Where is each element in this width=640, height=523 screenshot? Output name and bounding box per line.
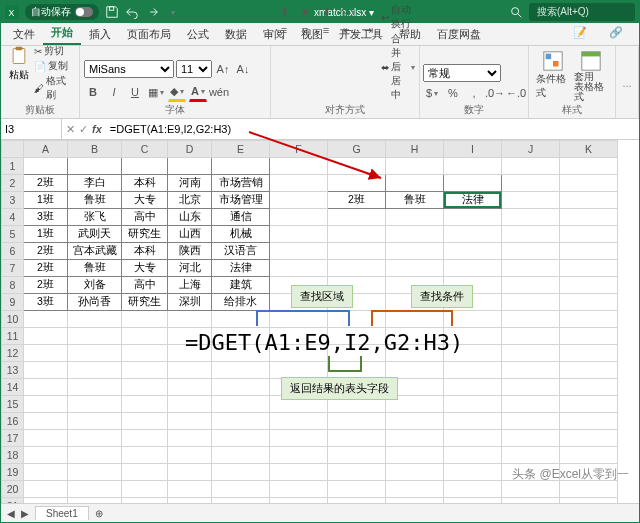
cell[interactable] xyxy=(560,158,618,175)
orientation-icon[interactable]: ⤡ xyxy=(338,3,356,21)
cell[interactable] xyxy=(444,464,502,481)
cell[interactable] xyxy=(68,430,122,447)
cell[interactable] xyxy=(270,481,328,498)
cell[interactable]: 陕西 xyxy=(168,243,212,260)
row-header[interactable]: 15 xyxy=(2,396,24,413)
align-center-icon[interactable]: ≡ xyxy=(296,21,314,39)
cell[interactable]: 姓名 xyxy=(386,175,444,192)
cell[interactable] xyxy=(168,447,212,464)
cell[interactable] xyxy=(212,362,270,379)
cell[interactable] xyxy=(270,362,328,379)
cell[interactable] xyxy=(502,192,560,209)
inc-dec-icon[interactable]: .0→ xyxy=(486,84,504,102)
cell[interactable]: 山东 xyxy=(168,209,212,226)
row-header[interactable]: 20 xyxy=(2,481,24,498)
cell[interactable] xyxy=(386,430,444,447)
cell[interactable] xyxy=(560,379,618,396)
tab-file[interactable]: 文件 xyxy=(5,24,43,45)
cell[interactable] xyxy=(24,396,68,413)
cell[interactable] xyxy=(328,209,386,226)
col-header[interactable]: B xyxy=(68,141,122,158)
cell[interactable] xyxy=(560,413,618,430)
cell[interactable] xyxy=(502,413,560,430)
align-top-icon[interactable]: ⬆ xyxy=(275,3,293,21)
cell[interactable] xyxy=(212,430,270,447)
cell[interactable] xyxy=(502,175,560,192)
cell[interactable] xyxy=(122,311,168,328)
row-header[interactable]: 17 xyxy=(2,430,24,447)
cell[interactable] xyxy=(560,362,618,379)
row-header[interactable]: 11 xyxy=(2,328,24,345)
cell[interactable] xyxy=(502,379,560,396)
col-header[interactable]: J xyxy=(502,141,560,158)
col-header[interactable]: K xyxy=(560,141,618,158)
cell[interactable]: 2班 xyxy=(328,192,386,209)
row-header[interactable]: 19 xyxy=(2,464,24,481)
cell[interactable] xyxy=(328,481,386,498)
cell[interactable] xyxy=(444,413,502,430)
cell[interactable]: 3班 xyxy=(24,294,68,311)
cell[interactable]: 高中 xyxy=(122,209,168,226)
cell[interactable] xyxy=(270,260,328,277)
indent-r-icon[interactable]: ⇥ xyxy=(359,21,377,39)
cell[interactable] xyxy=(122,345,168,362)
cell[interactable] xyxy=(560,328,618,345)
wrap-text-button[interactable]: ↩自动换行 xyxy=(381,3,415,31)
cell[interactable] xyxy=(270,464,328,481)
cell[interactable] xyxy=(270,413,328,430)
font-size-select[interactable]: 11 xyxy=(176,60,212,78)
cell[interactable] xyxy=(270,447,328,464)
cell[interactable] xyxy=(168,413,212,430)
cell[interactable] xyxy=(386,481,444,498)
search-input[interactable]: 搜索(Alt+Q) xyxy=(529,3,635,21)
col-header[interactable]: G xyxy=(328,141,386,158)
cell[interactable] xyxy=(560,396,618,413)
cell[interactable]: 山西 xyxy=(168,226,212,243)
cell[interactable]: 大专 xyxy=(122,192,168,209)
comma-icon[interactable]: , xyxy=(465,84,483,102)
cell[interactable]: 李白 xyxy=(68,175,122,192)
cell[interactable] xyxy=(502,396,560,413)
align-left-icon[interactable]: ≡ xyxy=(275,21,293,39)
cell[interactable] xyxy=(560,294,618,311)
dec-dec-icon[interactable]: ←.0 xyxy=(507,84,525,102)
cell[interactable] xyxy=(168,464,212,481)
paste-button[interactable]: 粘贴 xyxy=(5,44,32,102)
cell[interactable] xyxy=(502,226,560,243)
tab-data[interactable]: 数据 xyxy=(217,24,255,45)
cell[interactable] xyxy=(444,260,502,277)
cell[interactable]: 鲁班 xyxy=(68,260,122,277)
cell[interactable] xyxy=(122,379,168,396)
cell[interactable] xyxy=(444,396,502,413)
cell[interactable]: 给排水 xyxy=(212,294,270,311)
cell[interactable] xyxy=(560,481,618,498)
cell[interactable] xyxy=(386,464,444,481)
cell[interactable] xyxy=(122,413,168,430)
cell[interactable] xyxy=(560,260,618,277)
cell[interactable]: 专业 xyxy=(212,158,270,175)
cell[interactable] xyxy=(560,311,618,328)
cell[interactable] xyxy=(68,413,122,430)
cell[interactable]: 1班 xyxy=(24,226,68,243)
row-header[interactable]: 10 xyxy=(2,311,24,328)
cell[interactable] xyxy=(24,311,68,328)
cell[interactable]: 专业 xyxy=(444,175,502,192)
cell[interactable] xyxy=(68,481,122,498)
share-icon[interactable]: 🔗 xyxy=(601,23,631,42)
cell[interactable]: 籍贯 xyxy=(168,158,212,175)
cell[interactable] xyxy=(168,362,212,379)
cancel-formula-icon[interactable]: ✕ xyxy=(66,123,75,136)
cell[interactable]: 1班 xyxy=(24,192,68,209)
cell[interactable]: 法律 xyxy=(212,260,270,277)
row-header[interactable]: 18 xyxy=(2,447,24,464)
cell[interactable] xyxy=(560,192,618,209)
row-header[interactable]: 3 xyxy=(2,192,24,209)
cell[interactable]: 市场管理 xyxy=(212,192,270,209)
row-header[interactable]: 5 xyxy=(2,226,24,243)
percent-icon[interactable]: % xyxy=(444,84,462,102)
cell[interactable] xyxy=(270,243,328,260)
cell[interactable] xyxy=(24,430,68,447)
cell[interactable] xyxy=(68,447,122,464)
font-color-icon[interactable]: A xyxy=(189,82,207,102)
cell[interactable]: 3班 xyxy=(24,209,68,226)
